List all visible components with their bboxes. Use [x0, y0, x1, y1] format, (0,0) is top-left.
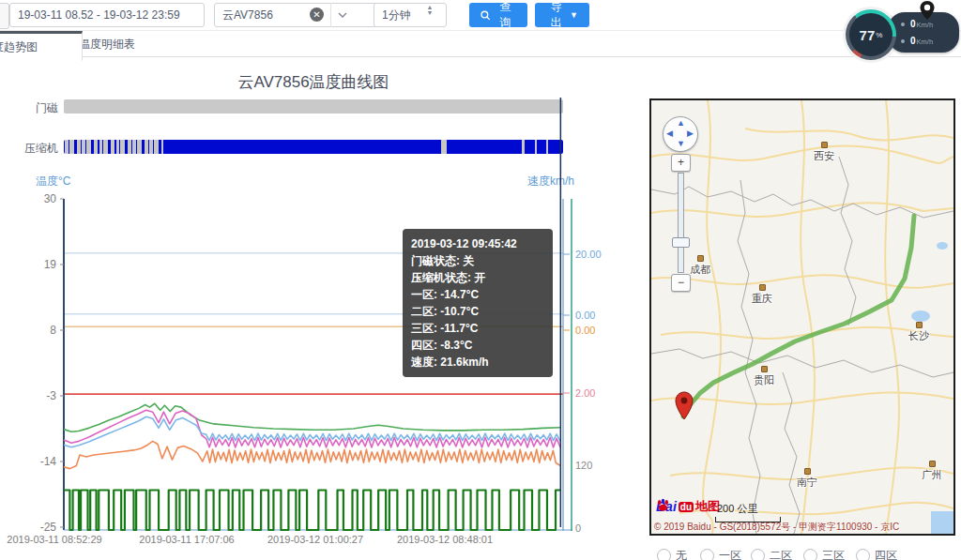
tooltip-line: 二区: -10.7°C	[411, 303, 544, 320]
left-tick: -25	[24, 521, 56, 534]
right-axis-label: 0.00	[575, 310, 595, 321]
export-label: 导出	[546, 0, 566, 31]
series-四区	[64, 403, 560, 431]
left-tick: -14	[24, 455, 56, 468]
city-dot-icon	[761, 366, 768, 372]
pan-left-icon[interactable]: ◀	[666, 129, 673, 138]
speed-value: 0	[910, 36, 916, 46]
zone-filter-无[interactable]: 无	[657, 548, 687, 560]
radio-icon[interactable]	[657, 549, 671, 560]
radio-icon[interactable]	[803, 549, 817, 560]
zone-filter-二区[interactable]: 二区	[751, 548, 792, 560]
tooltip-line: 一区: -14.7°C	[411, 286, 544, 303]
clear-vehicle-icon[interactable]: ✕	[310, 8, 324, 22]
right-axis-label: 0	[575, 522, 581, 534]
city-dot-icon	[929, 461, 936, 467]
zone-filter-label: 无	[676, 548, 687, 560]
radio-icon[interactable]	[856, 549, 870, 560]
city-dot-icon	[759, 284, 766, 291]
zone-filter-label: 二区	[770, 548, 792, 560]
query-label: 查询	[495, 0, 516, 31]
stepper-arrows-icon[interactable]: ▲▼	[424, 5, 435, 16]
tooltip-line: 2019-03-12 09:45:42	[411, 235, 544, 252]
bullet-icon	[901, 39, 905, 43]
left-tick: 19	[24, 258, 56, 271]
city-dot-icon	[804, 468, 811, 475]
zone-filter-四区[interactable]: 四区	[856, 548, 897, 560]
map-pan-control[interactable]: ▲ ▼ ◀ ▶	[663, 116, 698, 152]
map-city-成都: 成都	[690, 255, 710, 277]
tab-temperature-trend[interactable]: 温度趋势图	[0, 31, 83, 61]
right-axis-title: 速度km/h	[527, 174, 574, 189]
export-button[interactable]: 导出 ▼	[535, 3, 589, 27]
right-axis-label: 0.00	[575, 325, 595, 336]
zoom-slider-handle[interactable]	[672, 237, 690, 248]
radio-icon[interactable]	[700, 549, 714, 560]
speed-value: 0	[910, 19, 916, 29]
pan-down-icon[interactable]: ▼	[677, 139, 685, 148]
gauge-percent[interactable]: 77%	[849, 13, 892, 56]
map-city-重庆: 重庆	[752, 284, 772, 306]
map-city-贵阳: 贵阳	[754, 366, 774, 387]
left-tick: 8	[24, 324, 56, 337]
location-pin-icon[interactable]	[917, 0, 938, 26]
zone-filter-label: 三区	[822, 548, 845, 560]
vehicle-select[interactable]: 云AV7856	[214, 3, 392, 27]
map-scale-text: 200 公里	[717, 502, 757, 516]
zone-filter-三区[interactable]: 三区	[803, 548, 845, 560]
door-bar-label: 门磁	[2, 100, 58, 116]
x-axis-label: 2019-03-12 08:48:01	[384, 534, 506, 545]
app-root: { "toolbar": { "date_range": "19-03-11 0…	[0, 0, 961, 560]
bullet-icon	[901, 23, 905, 26]
pan-up-icon[interactable]: ▲	[677, 118, 685, 128]
tooltip-line: 门磁状态: 关	[411, 252, 544, 269]
x-axis-label: 2019-03-12 01:00:27	[254, 534, 376, 545]
left-tick: 30	[24, 192, 56, 205]
map-city-长沙: 长沙	[908, 322, 929, 343]
speed-unit: Km/h	[917, 38, 934, 46]
zoom-slider-track[interactable]	[678, 173, 684, 273]
map-city-南宁: 南宁	[797, 468, 817, 490]
map-city-西安: 西安	[814, 142, 834, 163]
left-tick: -3	[24, 389, 56, 402]
tooltip-line: 三区: -11.7°C	[411, 320, 544, 337]
right-axis-label: 2.00	[575, 387, 595, 399]
query-button[interactable]: 查询	[469, 3, 527, 27]
map-attribution: © 2019 Baidu - GS(2018)5572号 - 甲测资字11009…	[654, 521, 955, 534]
baidu-map[interactable]: 西安成都重庆长沙贵阳南宁广州 ▲ ▼ ◀ ▶ + − Bai du 地图 200…	[649, 98, 955, 536]
interval-select[interactable]: 1分钟	[374, 3, 447, 27]
baidu-logo-du: du	[679, 502, 694, 512]
chart-title: 云AV7856温度曲线图	[64, 71, 563, 93]
zoom-out-button[interactable]: −	[671, 274, 691, 292]
pan-right-icon[interactable]: ▶	[687, 129, 694, 138]
chart-tooltip: 2019-03-12 09:45:42门磁状态: 关压缩机状态: 开一区: -1…	[403, 229, 553, 377]
zone-filter-label: 四区	[875, 548, 897, 560]
compressor-status-bar[interactable]	[64, 140, 563, 154]
search-icon	[480, 10, 491, 21]
map-city-广州: 广州	[922, 461, 942, 482]
gauge-value: 77	[860, 27, 876, 43]
zoom-in-button[interactable]: +	[671, 154, 691, 172]
series-三区	[64, 410, 560, 447]
series-速度	[64, 491, 560, 531]
series-二区	[64, 416, 560, 446]
x-axis-label: 2019-03-11 17:07:06	[126, 534, 248, 545]
chevron-down-icon[interactable]	[330, 3, 354, 27]
gauge-unit: %	[876, 31, 882, 39]
right-axis-label: 120	[575, 460, 592, 471]
radio-icon[interactable]	[751, 549, 765, 560]
city-dot-icon	[697, 255, 704, 262]
speed-row: 0 Km/h	[901, 36, 933, 46]
right-axis-label: 20.00	[575, 249, 602, 260]
zone-filter-label: 一区	[719, 548, 741, 560]
date-range-input[interactable]: 19-03-11 08.52 - 19-03-12 23:59	[9, 3, 205, 27]
calendar-icon[interactable]	[0, 3, 9, 29]
left-axis-title: 温度°C	[36, 174, 70, 189]
city-dot-icon	[821, 142, 828, 148]
tooltip-line: 速度: 21.6km/h	[411, 354, 544, 371]
baidu-paw-icon	[656, 498, 670, 512]
tooltip-line: 压缩机状态: 开	[411, 269, 544, 286]
city-dot-icon	[916, 322, 923, 328]
zone-filter-一区[interactable]: 一区	[700, 548, 741, 560]
door-status-bar[interactable]	[64, 99, 563, 114]
